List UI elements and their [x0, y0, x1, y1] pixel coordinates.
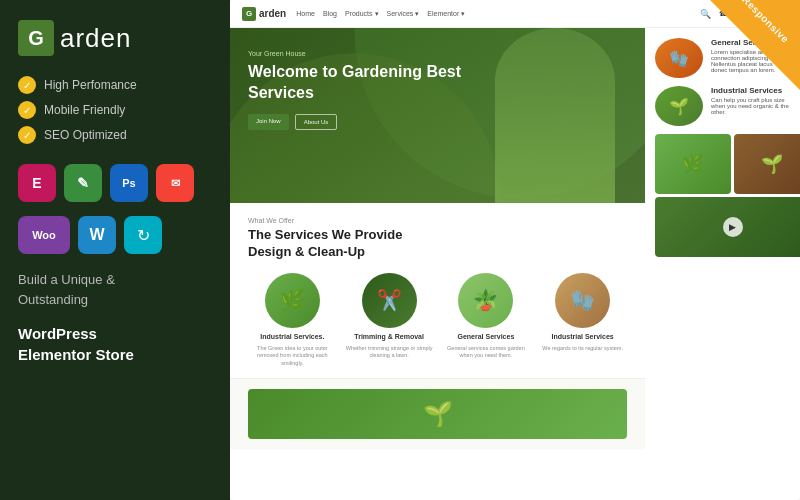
feature-label-1: High Perfomance [44, 78, 137, 92]
two-col-layout: Your Green House Welcome to Gardening Be… [230, 28, 800, 449]
service-desc-1: The Green idea to your outer removed fro… [248, 345, 337, 368]
mockup-bottom-section: 🌱 [230, 378, 645, 449]
photo-cell-play[interactable]: ▶ [655, 197, 800, 257]
mailchimp-icon: ✉ [156, 164, 194, 202]
sidebar-product-type: WordPressElementor Store [18, 323, 212, 365]
right-column: 🧤 General Services Lorem specialise all … [645, 28, 800, 449]
mockup-logo-text: arden [259, 8, 286, 19]
nav-link-home: Home [296, 10, 315, 18]
service-desc-3: General services comes garden when you n… [442, 345, 531, 360]
elementor-icon: E [18, 164, 56, 202]
service-circle-4: 🧤 [555, 273, 610, 328]
bottom-hero-image: 🌱 [248, 389, 627, 439]
service-card-1: 🌿 Industrial Services. The Green idea to… [248, 273, 337, 368]
hero-small-text: Your Green House [248, 50, 627, 57]
mockup-hero: Your Green House Welcome to Gardening Be… [230, 28, 645, 203]
service-desc-4: We regards to its regular system. [542, 345, 623, 353]
service-desc-2: Whether trimming strange or simply clean… [345, 345, 434, 360]
plugin-icons-row1: E ✎ Ps ✉ [18, 164, 212, 202]
check-icon-1: ✓ [18, 76, 36, 94]
website-mockup: G arden Home Blog Products ▾ Services ▾ … [230, 0, 800, 500]
services-grid: 🌿 Industrial Services. The Green idea to… [248, 273, 627, 368]
hero-buttons: Join Now About Us [248, 114, 627, 130]
nav-link-products: Products ▾ [345, 10, 379, 18]
service-image-1: 🌿 [265, 273, 320, 328]
feature-label-2: Mobile Friendly [44, 103, 125, 117]
right-service-text-2: Industrial Services Can help you craft p… [711, 86, 790, 115]
edit-icon: ✎ [64, 164, 102, 202]
feature-label-3: SEO Optimized [44, 128, 127, 142]
services-label: What We Offer [248, 217, 627, 224]
service-image-2: ✂️ [362, 273, 417, 328]
wordpress-icon: W [78, 216, 116, 254]
service-image-3: 🪴 [458, 273, 513, 328]
nav-search-icon[interactable]: 🔍 [700, 9, 711, 19]
logo-g-icon: G [18, 20, 54, 56]
feature-item-2: ✓ Mobile Friendly [18, 101, 212, 119]
photo-cell-1: 🌿 [655, 134, 731, 194]
service-name-1: Industrial Services. [260, 333, 324, 340]
nav-link-elementor: Elementor ▾ [427, 10, 465, 18]
refresh-icon: ↻ [124, 216, 162, 254]
mockup-logo-g: G [242, 7, 256, 21]
service-card-3: 🪴 General Services General services come… [442, 273, 531, 368]
right-service-image-2: 🌱 [655, 86, 703, 126]
woocommerce-icon: Woo [18, 216, 70, 254]
services-title: The Services We Provide Design & Clean-U… [248, 227, 428, 261]
logo-text: arden [60, 23, 132, 54]
service-name-3: General Services [457, 333, 514, 340]
service-name-4: Industrial Services [551, 333, 613, 340]
nav-link-services: Services ▾ [387, 10, 420, 18]
service-card-4: 🧤 Industrial Services We regards to its … [538, 273, 627, 368]
logo-area: G arden [18, 20, 212, 56]
sidebar-tagline: Build a Unique &Outstanding [18, 270, 212, 309]
check-icon-3: ✓ [18, 126, 36, 144]
service-card-2: ✂️ Trimming & Removal Whether trimming s… [345, 273, 434, 368]
main-content-col: Your Green House Welcome to Gardening Be… [230, 28, 645, 449]
service-name-2: Trimming & Removal [354, 333, 424, 340]
hero-content: Your Green House Welcome to Gardening Be… [230, 28, 645, 152]
service-circle-3: 🪴 [458, 273, 513, 328]
right-service-title-2: Industrial Services [711, 86, 790, 95]
sidebar: G arden ✓ High Perfomance ✓ Mobile Frien… [0, 0, 230, 500]
right-service-image-1: 🧤 [655, 38, 703, 78]
plugin-icons-row2: Woo W ↻ [18, 216, 212, 254]
hero-join-button[interactable]: Join Now [248, 114, 289, 130]
hero-about-button[interactable]: About Us [295, 114, 338, 130]
feature-item-3: ✓ SEO Optimized [18, 126, 212, 144]
mockup-logo: G arden [242, 7, 286, 21]
mockup-services: What We Offer The Services We Provide De… [230, 203, 645, 378]
feature-list: ✓ High Perfomance ✓ Mobile Friendly ✓ SE… [18, 76, 212, 144]
service-circle-2: ✂️ [362, 273, 417, 328]
hero-title: Welcome to Gardening Best Services [248, 62, 468, 104]
mockup-nav-links: Home Blog Products ▾ Services ▾ Elemento… [296, 10, 465, 18]
nav-link-blog: Blog [323, 10, 337, 18]
photo-grid: 🌿 🌱 ▶ [655, 134, 800, 257]
main-preview: Responsive G arden Home Blog Products ▾ … [230, 0, 800, 500]
right-service-desc-2: Can help you craft plus size when you ne… [711, 97, 790, 115]
play-button[interactable]: ▶ [723, 217, 743, 237]
photoshop-icon: Ps [110, 164, 148, 202]
right-service-card-2: 🌱 Industrial Services Can help you craft… [655, 86, 790, 126]
photo-cell-2: 🌱 [734, 134, 800, 194]
check-icon-2: ✓ [18, 101, 36, 119]
service-image-4: 🧤 [555, 273, 610, 328]
feature-item-1: ✓ High Perfomance [18, 76, 212, 94]
service-circle-1: 🌿 [265, 273, 320, 328]
